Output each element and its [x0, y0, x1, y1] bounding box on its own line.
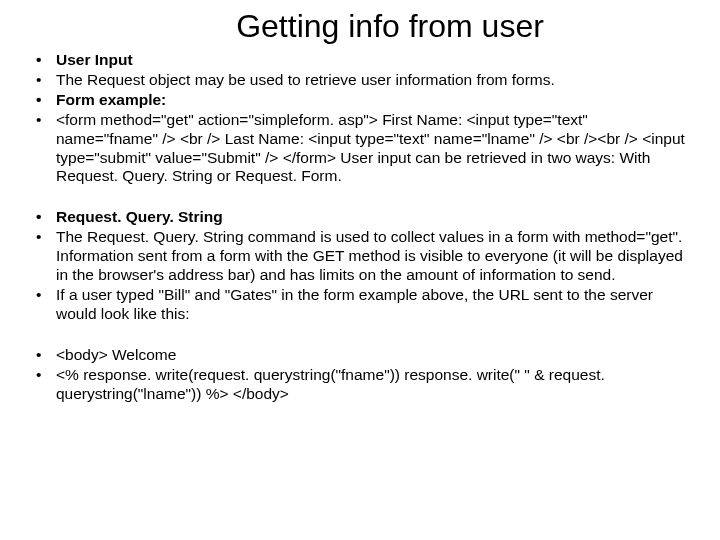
- slide-title: Getting info from user: [90, 8, 690, 45]
- list-item: <body> Welcome: [30, 346, 690, 365]
- list-item: <% response. write(request. querystring(…: [30, 366, 690, 404]
- list-item: User Input: [30, 51, 690, 70]
- bullet-group-1: User Input The Request object may be use…: [30, 51, 690, 186]
- list-item: The Request. Query. String command is us…: [30, 228, 690, 285]
- list-item: <form method="get" action="simpleform. a…: [30, 111, 690, 187]
- bullet-group-2: Request. Query. String The Request. Quer…: [30, 208, 690, 323]
- list-item: If a user typed "Bill" and "Gates" in th…: [30, 286, 690, 324]
- list-item: The Request object may be used to retrie…: [30, 71, 690, 90]
- list-item: Form example:: [30, 91, 690, 110]
- bullet-group-3: <body> Welcome <% response. write(reques…: [30, 346, 690, 404]
- list-item: Request. Query. String: [30, 208, 690, 227]
